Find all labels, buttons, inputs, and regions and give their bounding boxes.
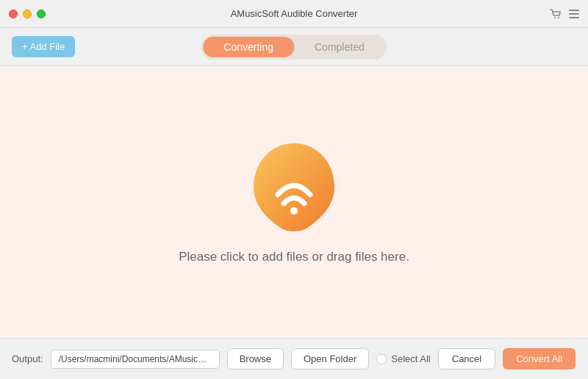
title-bar: AMusicSoft Audible Converter — [0, 0, 588, 28]
svg-point-5 — [290, 207, 298, 214]
drop-hint: Please click to add files or drag files … — [179, 250, 409, 264]
tab-group: Converting Completed — [201, 35, 387, 59]
tab-completed[interactable]: Completed — [294, 37, 385, 57]
convert-all-button[interactable]: Convert All — [503, 348, 576, 369]
select-all-container[interactable]: Select All — [376, 353, 430, 364]
menu-icon[interactable] — [569, 9, 579, 19]
maximize-button[interactable] — [37, 10, 46, 18]
svg-rect-4 — [569, 17, 579, 18]
select-all-radio[interactable] — [376, 354, 387, 364]
svg-rect-3 — [569, 13, 579, 15]
select-all-label: Select All — [391, 353, 430, 364]
svg-point-1 — [558, 17, 559, 18]
main-content[interactable]: Please click to add files or drag files … — [0, 66, 588, 338]
toolbar: + Add File Converting Completed — [0, 28, 588, 66]
footer: Output: /Users/macmini/Documents/AMusicS… — [0, 338, 588, 379]
close-button[interactable] — [9, 10, 18, 18]
browse-button[interactable]: Browse — [227, 348, 284, 369]
output-path: /Users/macmini/Documents/AMusicSoft Aud — [51, 350, 220, 369]
svg-point-0 — [554, 17, 556, 18]
output-label: Output: — [12, 353, 43, 364]
cart-icon — [550, 9, 562, 19]
app-logo — [250, 140, 338, 235]
tab-converting[interactable]: Converting — [203, 37, 294, 57]
app-title: AMusicSoft Audible Converter — [231, 8, 358, 19]
cancel-button[interactable]: Cancel — [438, 348, 495, 369]
title-bar-icons — [550, 9, 579, 19]
svg-rect-2 — [569, 10, 579, 11]
traffic-lights — [9, 10, 46, 18]
minimize-button[interactable] — [23, 10, 32, 18]
open-folder-button[interactable]: Open Folder — [291, 348, 369, 369]
add-file-button[interactable]: + Add File — [12, 36, 75, 57]
